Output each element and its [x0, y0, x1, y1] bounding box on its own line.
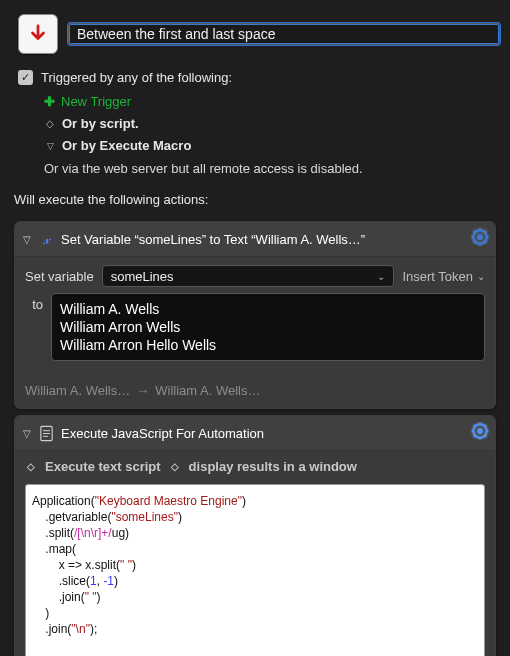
svg-line-23 — [474, 436, 476, 438]
svg-line-20 — [474, 425, 476, 427]
svg-point-1 — [477, 234, 482, 239]
chevron-down-icon: ▽ — [44, 135, 56, 157]
svg-line-21 — [485, 436, 487, 438]
chevron-down-icon: ⌄ — [477, 271, 485, 282]
macro-icon[interactable] — [18, 14, 58, 54]
set-variable-label: Set variable — [25, 269, 94, 284]
updown-icon[interactable]: ◇ — [169, 461, 181, 472]
action1-title: Set Variable “someLines” to Text “Willia… — [61, 232, 465, 247]
exec-heading: Will execute the following actions: — [0, 184, 510, 215]
text-line: William Arron Hello Wells — [60, 336, 476, 354]
execute-text-script-select[interactable]: Execute text script — [45, 459, 161, 474]
svg-point-15 — [477, 428, 482, 433]
web-server-note: Or via the web server but all remote acc… — [18, 157, 492, 180]
text-line: William Arron Wells — [60, 318, 476, 336]
plus-icon: ✚ — [44, 91, 55, 113]
svg-line-9 — [474, 242, 476, 244]
svg-line-6 — [474, 231, 476, 233]
variable-name-value: someLines — [111, 269, 174, 284]
updown-icon[interactable]: ◇ — [25, 461, 37, 472]
or-by-execute-macro[interactable]: ▽ Or by Execute Macro — [18, 135, 492, 157]
footer-after: William A. Wells… — [155, 383, 260, 398]
or-execute-label: Or by Execute Macro — [62, 135, 191, 157]
svg-line-7 — [485, 242, 487, 244]
display-results-select[interactable]: display results in a window — [189, 459, 357, 474]
footer-before: William A. Wells… — [25, 383, 130, 398]
insert-token-label: Insert Token — [402, 269, 473, 284]
variable-x-icon: 𝓍 — [37, 230, 55, 248]
or-script-label: Or by script. — [62, 113, 139, 135]
gear-icon[interactable] — [471, 228, 489, 250]
new-trigger-button[interactable]: ✚ New Trigger — [18, 91, 492, 113]
disclosure-triangle[interactable]: ▽ — [23, 234, 31, 245]
triggers-heading: Triggered by any of the following: — [41, 70, 232, 85]
svg-line-8 — [485, 231, 487, 233]
arrow-icon: → — [136, 383, 149, 398]
svg-line-22 — [485, 425, 487, 427]
variable-name-dropdown[interactable]: someLines ⌄ — [102, 265, 395, 287]
updown-icon: ◇ — [44, 113, 56, 135]
action-execute-js: ▽ Execute JavaScript For Automation ◇ Ex… — [14, 415, 496, 656]
macro-name-input[interactable] — [68, 23, 500, 45]
or-by-script[interactable]: ◇ Or by script. — [18, 113, 492, 135]
gear-icon[interactable] — [471, 422, 489, 444]
triggered-checkbox[interactable]: ✓ — [18, 70, 33, 85]
new-trigger-label: New Trigger — [61, 91, 131, 113]
action-set-variable: ▽ 𝓍 Set Variable “someLines” to Text “Wi… — [14, 221, 496, 409]
text-value-field[interactable]: William A. Wells William Arron Wells Wil… — [51, 293, 485, 361]
action2-title: Execute JavaScript For Automation — [61, 426, 465, 441]
insert-token-button[interactable]: Insert Token ⌄ — [402, 269, 485, 284]
script-file-icon — [37, 424, 55, 442]
disclosure-triangle[interactable]: ▽ — [23, 428, 31, 439]
script-textarea[interactable]: Application("Keyboard Maestro Engine") .… — [25, 484, 485, 656]
text-line: William A. Wells — [60, 300, 476, 318]
to-label: to — [25, 293, 43, 312]
chevron-down-icon: ⌄ — [377, 271, 385, 282]
